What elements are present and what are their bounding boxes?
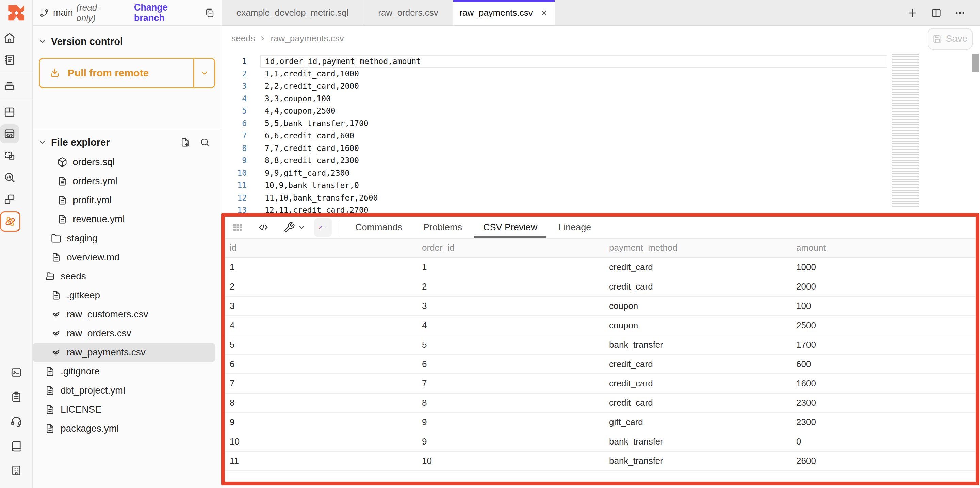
file-item-packages-yml[interactable]: packages.yml bbox=[33, 419, 215, 438]
file-item-label: raw_payments.csv bbox=[67, 347, 146, 358]
split-view-icon[interactable] bbox=[930, 7, 942, 19]
file-item-label: seeds bbox=[60, 271, 86, 282]
table-row[interactable]: 1110bank_transfer2600 bbox=[225, 452, 975, 471]
table-row[interactable]: 66credit_card600 bbox=[225, 355, 975, 374]
table-row[interactable]: 11credit_card1000 bbox=[225, 258, 975, 277]
table-cell: 9 bbox=[417, 436, 605, 447]
table-row[interactable]: 44coupon2500 bbox=[225, 316, 975, 336]
file-item-seeds[interactable]: seeds bbox=[33, 267, 215, 286]
download-icon bbox=[49, 68, 60, 79]
code-line[interactable]: 12,11,credit_card,2700 bbox=[260, 204, 888, 213]
pull-from-remote-button[interactable]: Pull from remote bbox=[39, 58, 215, 88]
file-item-dbt-project-yml[interactable]: dbt_project.yml bbox=[33, 381, 215, 400]
file-item-raw-customers-csv[interactable]: raw_customers.csv bbox=[33, 305, 215, 324]
ai-assist-button[interactable] bbox=[314, 218, 332, 237]
pull-options-caret[interactable] bbox=[193, 59, 215, 87]
file-item-staging[interactable]: staging bbox=[33, 229, 215, 248]
panel-tab-commands[interactable]: Commands bbox=[355, 217, 402, 238]
panel-tab-csv-preview[interactable]: CSV Preview bbox=[483, 217, 537, 238]
table-row[interactable]: 88credit_card2300 bbox=[225, 393, 975, 413]
editor-tab-example-develop-metric-sql[interactable]: example_develop_metric.sql bbox=[222, 0, 363, 25]
file-doc-icon bbox=[45, 385, 60, 396]
line-number: 8 bbox=[222, 142, 247, 155]
table-row[interactable]: 77credit_card1600 bbox=[225, 374, 975, 393]
file-doc-icon bbox=[57, 176, 73, 186]
activity-clipboard-icon[interactable] bbox=[7, 387, 26, 406]
file-item--gitignore[interactable]: .gitignore bbox=[33, 362, 215, 381]
activity-headset-icon[interactable] bbox=[7, 412, 26, 431]
file-item-raw-payments-csv[interactable]: raw_payments.csv bbox=[33, 343, 215, 362]
file-item-profit-yml[interactable]: profit.yml bbox=[33, 191, 215, 210]
code-line[interactable]: 8,8,credit_card,2300 bbox=[260, 154, 888, 167]
code-line[interactable]: 11,10,bank_transfer,2600 bbox=[260, 192, 888, 204]
code-view-icon[interactable] bbox=[258, 222, 269, 233]
activity-selection-frame-icon[interactable] bbox=[0, 146, 19, 165]
panel-tab-lineage[interactable]: Lineage bbox=[558, 217, 591, 238]
code-line[interactable]: 4,4,coupon,2500 bbox=[260, 105, 888, 117]
activity-code-editor-icon[interactable] bbox=[0, 124, 19, 143]
dbt-logo[interactable] bbox=[0, 0, 33, 26]
panel-tab-problems[interactable]: Problems bbox=[423, 217, 462, 238]
table-row[interactable]: 109bank_transfer0 bbox=[225, 432, 975, 452]
file-item-license[interactable]: LICENSE bbox=[33, 400, 215, 419]
table-row[interactable]: 99gift_card2300 bbox=[225, 413, 975, 432]
column-header-payment_method[interactable]: payment_method bbox=[605, 242, 791, 253]
table-cell: 6 bbox=[225, 359, 417, 369]
column-header-id[interactable]: id bbox=[225, 242, 417, 253]
activity-terminal-icon[interactable] bbox=[7, 363, 26, 382]
activity-layout-grid-icon[interactable] bbox=[0, 103, 19, 122]
new-file-icon[interactable] bbox=[180, 137, 190, 147]
file-item-orders-sql[interactable]: orders.sql bbox=[33, 152, 215, 172]
editor-tab-raw-payments-csv[interactable]: raw_payments.csv bbox=[453, 0, 555, 25]
chevron-down-icon[interactable] bbox=[38, 37, 46, 46]
code-line[interactable]: 1,1,credit_card,1000 bbox=[260, 68, 888, 80]
editor-tab-raw-orders-csv[interactable]: raw_orders.csv bbox=[363, 0, 453, 25]
search-icon[interactable] bbox=[200, 137, 210, 147]
breadcrumb-folder[interactable]: seeds bbox=[231, 33, 255, 44]
activity-atom-icon[interactable] bbox=[0, 211, 21, 232]
more-options-icon[interactable] bbox=[954, 7, 966, 19]
activity-building-icon[interactable] bbox=[7, 461, 26, 480]
file-item-overview-md[interactable]: overview.md bbox=[33, 248, 215, 267]
scrollbar-thumb[interactable] bbox=[972, 54, 978, 72]
code-line[interactable]: 10,9,bank_transfer,0 bbox=[260, 179, 888, 192]
table-row[interactable]: 33coupon100 bbox=[225, 297, 975, 316]
table-row[interactable]: 55bank_transfer1700 bbox=[225, 336, 975, 355]
code-editor[interactable]: 12345678910111213 id,order_id,payment_me… bbox=[222, 51, 980, 213]
activity-home-icon[interactable] bbox=[0, 29, 19, 48]
breadcrumb-file[interactable]: raw_payments.csv bbox=[270, 33, 344, 44]
csv-preview-table: idorder_idpayment_methodamount11credit_c… bbox=[225, 239, 975, 471]
minimap[interactable] bbox=[891, 54, 919, 207]
table-cell: 5 bbox=[225, 339, 417, 350]
copy-branch-button[interactable] bbox=[205, 8, 215, 18]
close-tab-icon[interactable] bbox=[540, 9, 549, 17]
code-line[interactable]: 3,3,coupon,100 bbox=[260, 92, 888, 105]
file-item-revenue-yml[interactable]: revenue.yml bbox=[33, 210, 215, 229]
activity-query-search-icon[interactable] bbox=[0, 168, 19, 187]
build-wrench-icon[interactable] bbox=[283, 222, 295, 233]
activity-windows-icon[interactable] bbox=[0, 190, 19, 209]
save-button[interactable]: Save bbox=[928, 28, 972, 50]
code-line[interactable]: 9,9,gift_card,2300 bbox=[260, 167, 888, 179]
activity-docs-book-icon[interactable] bbox=[7, 436, 26, 455]
change-branch-link[interactable]: Change branch bbox=[134, 2, 196, 24]
code-line[interactable]: id,order_id,payment_method,amount bbox=[260, 55, 888, 68]
file-item--gitkeep[interactable]: .gitkeep bbox=[33, 286, 215, 305]
activity-notebook-icon[interactable] bbox=[0, 50, 19, 69]
new-tab-icon[interactable] bbox=[907, 7, 918, 19]
column-header-order_id[interactable]: order_id bbox=[417, 242, 605, 253]
file-doc-icon bbox=[45, 404, 60, 415]
code-line[interactable]: 7,7,credit_card,1600 bbox=[260, 142, 888, 155]
file-doc-icon bbox=[51, 290, 67, 300]
file-item-orders-yml[interactable]: orders.yml bbox=[33, 172, 215, 191]
table-row[interactable]: 22credit_card2000 bbox=[225, 277, 975, 297]
table-grid-icon[interactable] bbox=[232, 222, 243, 233]
chevron-down-icon[interactable] bbox=[38, 138, 46, 146]
code-line[interactable]: 6,6,credit_card,600 bbox=[260, 130, 888, 142]
build-options-caret-icon[interactable] bbox=[298, 223, 306, 231]
column-header-amount[interactable]: amount bbox=[791, 242, 975, 253]
file-item-raw-orders-csv[interactable]: raw_orders.csv bbox=[33, 324, 215, 343]
code-line[interactable]: 2,2,credit_card,2000 bbox=[260, 80, 888, 92]
activity-stack-icon[interactable] bbox=[0, 76, 19, 95]
code-line[interactable]: 5,5,bank_transfer,1700 bbox=[260, 117, 888, 130]
